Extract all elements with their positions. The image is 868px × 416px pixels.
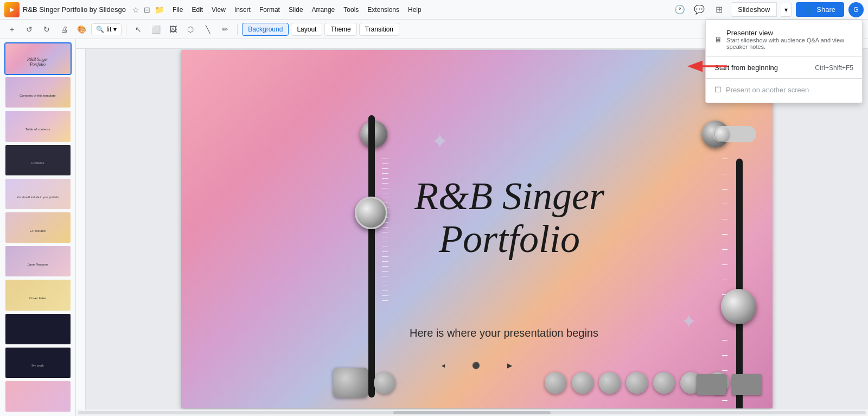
- control-button-5[interactable]: [626, 372, 648, 394]
- present-another-label: Present on another screen: [726, 86, 809, 94]
- red-arrow-annotation: [686, 55, 730, 79]
- slide-thumb-1[interactable]: 1 R&B SingerPortfolio: [5, 43, 71, 74]
- star-icon[interactable]: ☆: [132, 5, 139, 14]
- select-button[interactable]: ⬜: [148, 22, 163, 37]
- tv-icon-1: [697, 374, 726, 395]
- slide-preview-11: [5, 381, 71, 412]
- slide-preview-7: Jane Resume: [5, 246, 71, 276]
- star-decoration-large: ✦: [431, 129, 449, 154]
- menu-extensions[interactable]: Extensions: [363, 4, 404, 16]
- background-button[interactable]: Background: [242, 23, 289, 36]
- slide-thumb-10[interactable]: 10 My work: [5, 348, 71, 378]
- menu-insert[interactable]: Insert: [230, 4, 255, 16]
- slide-thumb-6[interactable]: 6 El Resume: [5, 212, 71, 243]
- redo-button[interactable]: ↻: [39, 22, 54, 37]
- vertical-ruler: [76, 49, 86, 409]
- bottom-controls: [333, 368, 729, 398]
- comments-button[interactable]: 💬: [692, 2, 707, 17]
- present-another-screen-item[interactable]: ☐ Present on another screen: [706, 81, 862, 98]
- share-button[interactable]: 👤 Share: [796, 2, 844, 17]
- layout-button[interactable]: Layout: [291, 23, 322, 36]
- slide-title: R&B Singer Portfolio: [347, 175, 672, 261]
- line-button[interactable]: ╲: [200, 22, 215, 37]
- print-button[interactable]: 🖨: [56, 22, 72, 37]
- slide-preview-3: Table of contents: [5, 111, 71, 141]
- slide-thumb-8[interactable]: 8 Cover letter: [5, 280, 71, 310]
- cloud-icon[interactable]: ⊡: [144, 5, 150, 14]
- cursor-tool[interactable]: +: [4, 22, 20, 37]
- control-button-1[interactable]: [374, 372, 395, 394]
- topbar-right: 🕐 💬 ⊞ Slideshow ▾ 👤 Share G: [672, 2, 864, 17]
- app-title: R&B Singer Portfolio by Slidesgo: [23, 5, 126, 14]
- horizontal-scrollbar[interactable]: [76, 409, 868, 416]
- menu-file[interactable]: File: [168, 4, 187, 16]
- start-shortcut: Ctrl+Shift+F5: [815, 64, 853, 72]
- slide-preview-1: R&B SingerPortfolio: [5, 43, 71, 74]
- presenter-view-content: Presenter view Start slideshow with audi…: [726, 39, 851, 50]
- main-area: 1 R&B SingerPortfolio 2 Contents of this…: [0, 39, 868, 416]
- slide-preview-10: My work: [5, 348, 71, 378]
- more-button[interactable]: ⊞: [711, 2, 726, 17]
- slide-thumb-3[interactable]: 3 Table of contents: [5, 111, 71, 141]
- menu-tools[interactable]: Tools: [339, 4, 363, 16]
- toggle-switch-right[interactable]: [713, 126, 756, 142]
- menu-bar: File Edit View Insert Format Slide Arran…: [168, 4, 426, 16]
- image-insert-button[interactable]: 🖼: [165, 22, 181, 37]
- slideshow-dropdown-button[interactable]: ▾: [781, 3, 792, 17]
- menu-arrange[interactable]: Arrange: [308, 4, 340, 16]
- toggle-knob: [715, 127, 729, 141]
- slide-thumb-9[interactable]: 9: [5, 314, 71, 344]
- slide-thumb-7[interactable]: 7 Jane Resume: [5, 246, 71, 276]
- toolbar-divider-2: [237, 24, 238, 35]
- zoom-icon: 🔍: [96, 26, 104, 33]
- zoom-label: fit: [106, 26, 111, 33]
- undo-button[interactable]: ↺: [22, 22, 37, 37]
- slide-thumb-11[interactable]: 11: [5, 381, 71, 412]
- menu-format[interactable]: Format: [255, 4, 284, 16]
- theme-button[interactable]: Theme: [324, 23, 356, 36]
- share-label: Share: [816, 5, 835, 14]
- folder-icon[interactable]: 📁: [155, 5, 164, 14]
- control-button-large[interactable]: [333, 368, 368, 398]
- slide-preview-2: Contents of this template: [5, 77, 71, 108]
- top-bar: ▶ R&B Singer Portfolio by Slidesgo ☆ ⊡ 📁…: [0, 0, 868, 20]
- scroll-thumb[interactable]: [393, 411, 551, 414]
- menu-view[interactable]: View: [207, 4, 230, 16]
- app-logo: ▶: [4, 2, 20, 17]
- control-button-2[interactable]: [545, 372, 566, 394]
- history-button[interactable]: 🕐: [672, 2, 687, 17]
- cursor-mode-button[interactable]: ↖: [131, 22, 146, 37]
- shape-button[interactable]: ⬡: [183, 22, 198, 37]
- slide-preview-4: Contents: [5, 145, 71, 175]
- transition-button[interactable]: Transition: [359, 23, 399, 36]
- slider-right-knob: [721, 289, 756, 324]
- share-icon: 👤: [805, 5, 813, 14]
- slide-thumb-5[interactable]: 5 You should include in your portfolio: [5, 179, 71, 209]
- comment-button[interactable]: ✏: [218, 22, 233, 37]
- paint-format-button[interactable]: 🎨: [74, 22, 89, 37]
- presenter-view-item[interactable]: 🖥 Presenter view Start slideshow with au…: [706, 39, 862, 54]
- slide-panel: 1 R&B SingerPortfolio 2 Contents of this…: [0, 39, 76, 416]
- monitor-icon: 🖥: [714, 39, 722, 44]
- tv-icons-area: [697, 374, 762, 395]
- menu-edit[interactable]: Edit: [187, 4, 207, 16]
- control-button-6[interactable]: [653, 372, 675, 394]
- menu-help[interactable]: Help: [404, 4, 426, 16]
- zoom-dropdown-icon: ▾: [113, 26, 117, 33]
- slide-thumb-4[interactable]: 4 Contents: [5, 145, 71, 175]
- control-button-4[interactable]: [599, 372, 621, 394]
- tv-icon-2: [732, 374, 762, 395]
- user-avatar[interactable]: G: [848, 2, 864, 17]
- zoom-control[interactable]: 🔍 fit ▾: [91, 23, 122, 35]
- slide-thumb-2[interactable]: 2 Contents of this template: [5, 77, 71, 108]
- checkbox-icon: ☐: [714, 85, 722, 94]
- control-button-3[interactable]: [572, 372, 593, 394]
- menu-slide[interactable]: Slide: [284, 4, 308, 16]
- star-decoration-small: ✦: [681, 311, 697, 332]
- slide-canvas[interactable]: ✦ ✦ R&B Singer Portfolio Here is where y…: [181, 50, 773, 408]
- slider-right-track: [736, 159, 743, 408]
- slide-preview-5: You should include in your portfolio: [5, 179, 71, 209]
- slideshow-button[interactable]: Slideshow: [731, 2, 777, 17]
- slide-preview-6: El Resume: [5, 212, 71, 243]
- presenter-view-desc: Start slideshow with audience Q&A and vi…: [726, 39, 851, 50]
